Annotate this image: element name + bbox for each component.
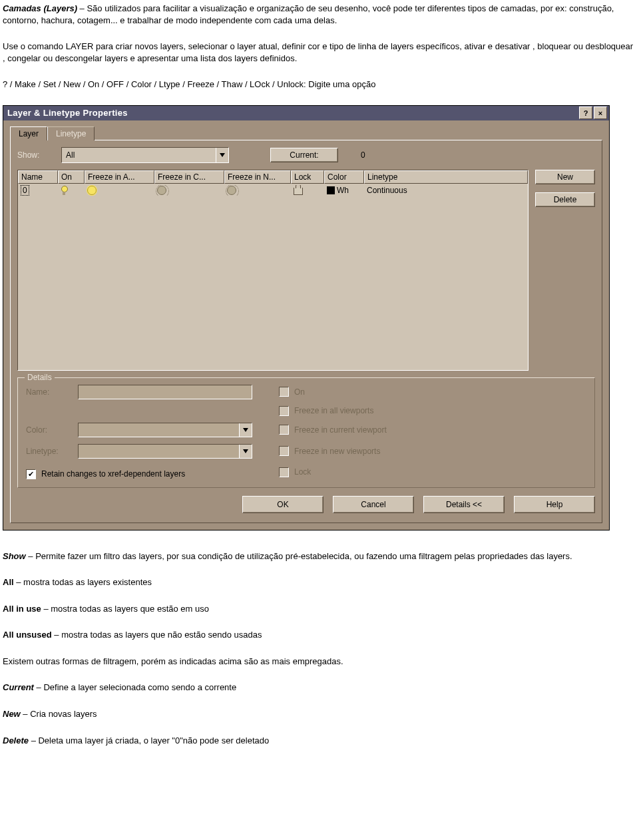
layer-list-header: Name On Freeze in A... Freeze in C... Fr… bbox=[18, 170, 528, 184]
chevron-down-icon[interactable] bbox=[239, 423, 252, 437]
details-legend: Details bbox=[25, 373, 55, 382]
checkbox-retain[interactable]: ✔ bbox=[26, 469, 36, 479]
cancel-button[interactable]: Cancel bbox=[333, 496, 414, 513]
delete-button[interactable]: Delete bbox=[535, 192, 595, 207]
details-fav-label: Freeze in all viewports bbox=[294, 406, 373, 415]
lock-icon[interactable] bbox=[294, 188, 303, 195]
chevron-down-icon[interactable] bbox=[216, 148, 228, 162]
help-button[interactable]: Help bbox=[514, 496, 595, 513]
details-linetype-combo[interactable] bbox=[78, 444, 252, 459]
col-freeze-current[interactable]: Freeze in C... bbox=[154, 170, 224, 184]
col-freeze-all[interactable]: Freeze in A... bbox=[85, 170, 154, 184]
dialog-titlebar[interactable]: Layer & Linetype Properties ? × bbox=[3, 106, 609, 120]
sun-icon[interactable] bbox=[87, 186, 97, 195]
checkbox-freeze-new[interactable] bbox=[279, 446, 289, 456]
details-name-field[interactable] bbox=[78, 385, 252, 399]
all-desc: All – mostra todas as layers existentes bbox=[3, 576, 636, 588]
layer-properties-dialog: Layer & Linetype Properties ? × Layer Li… bbox=[3, 105, 610, 530]
intro-heading: Camadas (Layers) bbox=[3, 3, 77, 13]
sun-new-icon[interactable] bbox=[227, 186, 236, 195]
show-combo[interactable]: All bbox=[61, 147, 229, 163]
details-fnv-label: Freeze in new viewports bbox=[294, 447, 380, 456]
layer-row-color: Wh bbox=[337, 186, 349, 195]
details-retain-label: Retain changes to xref-dependent layers bbox=[41, 469, 185, 479]
new-desc: New – Cria novas layers bbox=[3, 708, 636, 720]
bulb-on-icon[interactable] bbox=[61, 186, 67, 195]
tab-panel-layer: Show: All Current: 0 Name On bbox=[10, 140, 602, 523]
details-fcv-label: Freeze in current viewport bbox=[294, 425, 387, 435]
details-fieldset: Details Name: On Freeze in all viewports… bbox=[17, 377, 595, 488]
checkbox-on[interactable] bbox=[279, 387, 289, 397]
checkbox-freeze-all[interactable] bbox=[279, 406, 289, 416]
show-combo-value: All bbox=[62, 150, 216, 160]
col-name[interactable]: Name bbox=[18, 170, 58, 184]
layer-row-linetype: Continuous bbox=[367, 186, 407, 195]
details-name-label: Name: bbox=[26, 387, 73, 397]
details-color-combo[interactable] bbox=[78, 423, 252, 437]
details-color-label: Color: bbox=[26, 425, 73, 435]
details-toggle-button[interactable]: Details << bbox=[423, 496, 505, 513]
intro-p1-rest: – São utilizados para facilitar a visual… bbox=[3, 3, 614, 25]
sun-current-icon[interactable] bbox=[157, 186, 166, 195]
other-filter-desc: Existem outras formas de filtragem, poré… bbox=[3, 656, 636, 668]
new-button[interactable]: New bbox=[535, 170, 595, 184]
layer-list[interactable]: Name On Freeze in A... Freeze in C... Fr… bbox=[17, 170, 529, 371]
layer-row[interactable]: 0 Wh Continuous bbox=[18, 184, 528, 197]
col-freeze-new[interactable]: Freeze in N... bbox=[224, 170, 291, 184]
ok-button[interactable]: OK bbox=[242, 496, 323, 513]
details-on-label: On bbox=[294, 387, 305, 397]
current-value: 0 bbox=[361, 150, 365, 160]
checkbox-lock[interactable] bbox=[279, 467, 289, 477]
layer-row-name: 0 bbox=[21, 185, 29, 196]
current-desc: Current – Define a layer selecionada com… bbox=[3, 682, 636, 694]
col-color[interactable]: Color bbox=[324, 170, 364, 184]
titlebar-close-button[interactable]: × bbox=[594, 106, 607, 119]
col-on[interactable]: On bbox=[58, 170, 85, 184]
show-desc: Show – Permite fazer um filtro das layer… bbox=[3, 550, 636, 562]
intro-paragraph-2: Use o comando LAYER para criar novos lay… bbox=[3, 41, 636, 64]
show-label: Show: bbox=[17, 150, 51, 160]
details-lock-label: Lock bbox=[294, 467, 311, 477]
all-unused-desc: All unsused – mostra todas as layers que… bbox=[3, 629, 636, 641]
col-lock[interactable]: Lock bbox=[291, 170, 324, 184]
col-linetype[interactable]: Linetype bbox=[364, 170, 528, 184]
dialog-title: Layer & Linetype Properties bbox=[7, 108, 578, 118]
intro-paragraph-3: ? / Make / Set / New / On / OFF / Color … bbox=[3, 79, 636, 91]
details-linetype-label: Linetype: bbox=[26, 447, 73, 456]
current-button[interactable]: Current: bbox=[270, 148, 338, 162]
titlebar-help-button[interactable]: ? bbox=[579, 106, 592, 119]
color-swatch-icon[interactable] bbox=[327, 186, 335, 194]
intro-paragraph-1: Camadas (Layers) – São utilizados para f… bbox=[3, 3, 636, 26]
tab-layer[interactable]: Layer bbox=[10, 126, 47, 140]
delete-desc: Delete – Deleta uma layer já criada, o l… bbox=[3, 735, 636, 747]
chevron-down-icon[interactable] bbox=[239, 445, 252, 458]
all-in-use-desc: All in use – mostra todas as layers que … bbox=[3, 603, 636, 615]
checkbox-freeze-current[interactable] bbox=[279, 425, 289, 435]
tab-linetype[interactable]: Linetype bbox=[47, 126, 95, 140]
